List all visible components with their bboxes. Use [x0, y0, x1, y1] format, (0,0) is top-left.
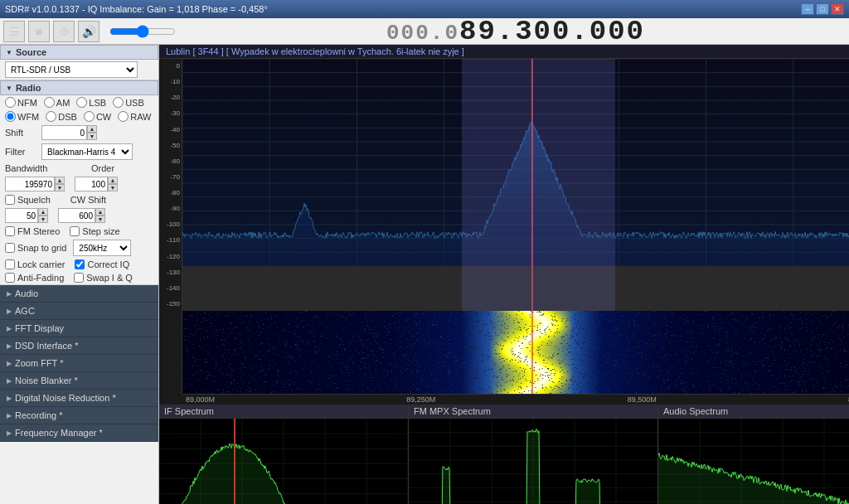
- sidebar-item-agc[interactable]: ▶ AGC: [0, 303, 158, 320]
- rec-arrow: ▶: [7, 412, 12, 419]
- toolbar: ☰ ■ ⚙ 🔊 000.089.300.000: [0, 18, 849, 45]
- cw-radio[interactable]: CW: [84, 111, 111, 122]
- bw-arrows: ▲ ▼: [55, 177, 65, 191]
- source-device-select[interactable]: RTL-SDR / USB: [5, 61, 138, 78]
- y-label-140: -140: [159, 284, 182, 292]
- sidebar-items: ▶ Audio ▶ AGC ▶ FFT Display ▶ DSD Interf…: [0, 285, 158, 442]
- if-spectrum-area[interactable]: 89,250M: [159, 419, 408, 504]
- y-label-70: -70: [159, 173, 182, 181]
- waterfall-canvas[interactable]: [182, 311, 849, 394]
- order-up[interactable]: ▲: [108, 177, 118, 184]
- sidebar-item-dnr[interactable]: ▶ Digital Noise Reduction *: [0, 390, 158, 407]
- snap-select[interactable]: 250kHz 100kHz 50kHz: [73, 240, 131, 256]
- y-label-30: -30: [159, 109, 182, 117]
- radio-header[interactable]: ▼ Radio: [0, 80, 158, 95]
- swap-iq-check[interactable]: Swap I & Q: [74, 273, 133, 283]
- stop-button[interactable]: ■: [28, 21, 50, 42]
- snap-check[interactable]: Snap to grid: [5, 243, 66, 253]
- if-canvas[interactable]: [159, 419, 408, 504]
- frequency-display: 000.089.300.000: [186, 16, 846, 47]
- y-label-50: -50: [159, 142, 182, 149]
- squelch-check[interactable]: Squelch: [5, 195, 51, 205]
- sidebar-item-freq-manager[interactable]: ▶ Frequency Manager *: [0, 424, 158, 442]
- dsd-label: DSD Interface *: [15, 341, 78, 351]
- cw-down[interactable]: ▼: [95, 216, 105, 223]
- correct-iq-check[interactable]: Correct IQ: [75, 259, 129, 269]
- maximize-button[interactable]: □: [816, 3, 829, 15]
- step-size-checkbox[interactable]: [70, 226, 80, 236]
- swap-iq-checkbox[interactable]: [74, 273, 84, 283]
- audio-arrow: ▶: [7, 290, 12, 298]
- order-down[interactable]: ▼: [108, 184, 118, 191]
- y-label-10: -10: [159, 78, 182, 85]
- correct-iq-label: Correct IQ: [87, 259, 129, 269]
- sidebar-item-noise-blanker[interactable]: ▶ Noise Blanker *: [0, 372, 158, 390]
- snap-checkbox[interactable]: [5, 243, 15, 253]
- agc-label: AGC: [15, 306, 35, 316]
- shift-up[interactable]: ▲: [87, 125, 97, 133]
- cw-shift-input[interactable]: [58, 208, 95, 223]
- antifade-swap-row: Anti-Fading Swap I & Q: [0, 271, 158, 284]
- sidebar-item-audio[interactable]: ▶ Audio: [0, 285, 158, 303]
- anti-fading-check[interactable]: Anti-Fading: [5, 273, 64, 283]
- bw-down[interactable]: ▼: [55, 184, 65, 191]
- step-size-label: Step size: [82, 226, 119, 236]
- sq-down[interactable]: ▼: [38, 216, 48, 223]
- minimize-button[interactable]: –: [801, 3, 814, 15]
- bw-up[interactable]: ▲: [55, 177, 65, 184]
- squelch-cw-inputs: ▲ ▼ ▲ ▼: [0, 206, 158, 225]
- bottom-panels: IF Spectrum 89,250M FM MPX Spectrum DC: [159, 405, 849, 504]
- fm-stereo-checkbox[interactable]: [5, 226, 15, 236]
- correct-iq-checkbox[interactable]: [75, 259, 85, 269]
- fm-stereo-check[interactable]: FM Stereo: [5, 226, 60, 236]
- source-header[interactable]: ▼ Source: [0, 45, 158, 60]
- sidebar-item-fft[interactable]: ▶ FFT Display: [0, 320, 158, 337]
- bandwidth-input[interactable]: [5, 177, 55, 191]
- nfm-radio[interactable]: NFM: [5, 97, 37, 108]
- filter-row: Filter Blackman-Harris 4 Hamming Hann: [0, 142, 158, 162]
- sq-up[interactable]: ▲: [38, 208, 48, 216]
- sidebar-item-zoomfft[interactable]: ▶ Zoom FFT *: [0, 355, 158, 372]
- squelch-checkbox[interactable]: [5, 195, 15, 205]
- settings-button[interactable]: ⚙: [53, 21, 75, 42]
- y-label-130: -130: [159, 269, 182, 276]
- agc-arrow: ▶: [7, 308, 12, 315]
- shift-label: Shift: [5, 128, 38, 138]
- sidebar-item-recording[interactable]: ▶ Recording *: [0, 407, 158, 424]
- raw-radio[interactable]: RAW: [118, 111, 151, 122]
- audio-canvas[interactable]: [658, 419, 849, 504]
- spectrum-canvas[interactable]: [182, 59, 849, 266]
- main-area: ▼ Source RTL-SDR / USB ▼ Radio NFM AM LS…: [0, 45, 849, 504]
- wfm-radio[interactable]: WFM: [5, 111, 39, 122]
- order-input[interactable]: [75, 177, 108, 191]
- fm-mpx-area[interactable]: [409, 419, 657, 504]
- audio-spectrum-area[interactable]: [658, 419, 849, 504]
- am-radio[interactable]: AM: [44, 97, 70, 108]
- audio-button[interactable]: 🔊: [78, 21, 99, 42]
- shift-down[interactable]: ▼: [87, 133, 97, 140]
- dsb-radio[interactable]: DSB: [46, 111, 77, 122]
- fm-canvas[interactable]: [409, 419, 657, 504]
- audio-spectrum-panel: Audio Spectrum DC 5k 10k 15k: [658, 405, 849, 504]
- y-label-0: 0: [159, 62, 182, 70]
- waterfall-display: [182, 311, 849, 394]
- menu-button[interactable]: ☰: [3, 21, 25, 42]
- freq-slider[interactable]: [109, 25, 176, 38]
- sidebar-item-dsd[interactable]: ▶ DSD Interface *: [0, 337, 158, 355]
- filter-select[interactable]: Blackman-Harris 4 Hamming Hann: [41, 143, 133, 160]
- rec-label: Recording *: [15, 410, 62, 420]
- shift-input[interactable]: [41, 125, 87, 140]
- usb-radio[interactable]: USB: [113, 97, 144, 108]
- lsb-radio[interactable]: LSB: [76, 97, 106, 108]
- cw-up[interactable]: ▲: [95, 208, 105, 216]
- squelch-input[interactable]: [5, 208, 38, 223]
- close-button[interactable]: ✕: [831, 3, 844, 15]
- bw-order-inputs: ▲ ▼ ▲ ▼: [0, 175, 158, 193]
- anti-fading-checkbox[interactable]: [5, 273, 15, 283]
- lock-carrier-check[interactable]: Lock carrier: [5, 259, 65, 269]
- dnr-label: Digital Noise Reduction *: [15, 393, 116, 403]
- lock-carrier-checkbox[interactable]: [5, 259, 15, 269]
- squelch-spinner: ▲ ▼: [5, 208, 48, 223]
- cw-arrows: ▲ ▼: [95, 208, 105, 223]
- step-size-check[interactable]: Step size: [70, 226, 119, 236]
